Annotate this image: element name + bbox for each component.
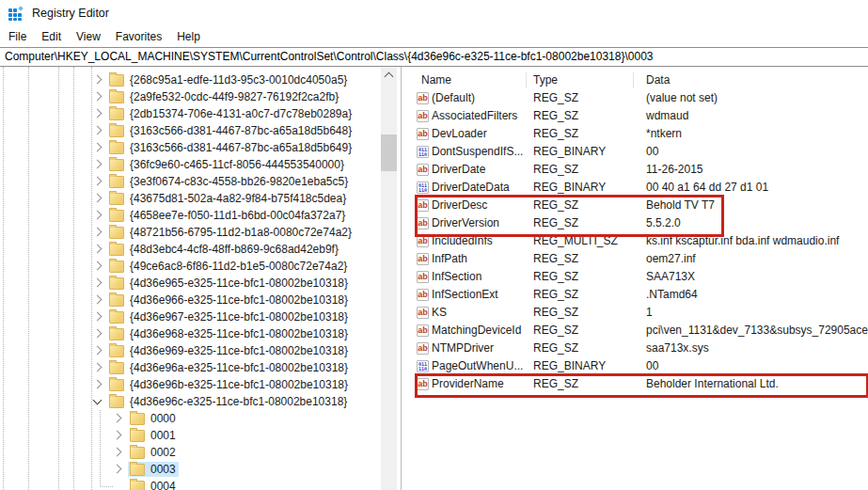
- chevron-right-icon[interactable]: [93, 295, 103, 305]
- chevron-right-icon[interactable]: [93, 329, 103, 339]
- registry-value-row[interactable]: 011110DontSuspendIfS...REG_BINARY00: [406, 143, 868, 161]
- tree-item-3e3f0674-c83c-4558-bb26-9820e1eba5c5[interactable]: {3e3f0674-c83c-4558-bb26-9820e1eba5c5}: [0, 173, 381, 190]
- tree-item-4d36e96b-e325-11ce-bfc1-08002be10318[interactable]: {4d36e96b-e325-11ce-bfc1-08002be10318}: [0, 376, 381, 393]
- tree-item-4d36e96a-e325-11ce-bfc1-08002be10318[interactable]: {4d36e96a-e325-11ce-bfc1-08002be10318}: [0, 359, 381, 376]
- tree-item-0001[interactable]: 0001: [0, 427, 381, 444]
- tree-item-4d36e965-e325-11ce-bfc1-08002be10318[interactable]: {4d36e965-e325-11ce-bfc1-08002be10318}: [0, 275, 381, 292]
- tree-label-wrap[interactable]: {2a9fe532-0cdc-44f9-9827-76192f2ca2fb}: [107, 89, 341, 104]
- column-separator[interactable]: [526, 72, 527, 88]
- tree-label-wrap[interactable]: 0002: [128, 445, 179, 460]
- tree-item-4d36e967-e325-11ce-bfc1-08002be10318[interactable]: {4d36e967-e325-11ce-bfc1-08002be10318}: [0, 308, 381, 325]
- chevron-right-icon[interactable]: [93, 363, 103, 372]
- chevron-right-icon[interactable]: [93, 126, 103, 135]
- tree-item-0002[interactable]: 0002: [0, 444, 381, 461]
- tree-item-4658ee7e-f050-11d1-b6bd-00c04fa372a7[interactable]: {4658ee7e-f050-11d1-b6bd-00c04fa372a7}: [0, 207, 381, 224]
- tree-label-wrap[interactable]: 0001: [128, 428, 179, 443]
- column-separator[interactable]: [633, 72, 634, 88]
- menu-file[interactable]: File: [1, 28, 34, 45]
- tree-vertical-scrollbar[interactable]: [381, 67, 397, 490]
- tree-item-3163c566-d381-4467-87bc-a65a18d5b648[interactable]: {3163c566-d381-4467-87bc-a65a18d5b648}: [0, 122, 381, 139]
- column-header-data[interactable]: Data: [646, 71, 670, 89]
- tree-item-4d36e966-e325-11ce-bfc1-08002be10318[interactable]: {4d36e966-e325-11ce-bfc1-08002be10318}: [0, 292, 381, 308]
- chevron-right-icon[interactable]: [93, 346, 103, 356]
- tree-item-49ce6ac8-6f86-11d2-b1e5-0080c72e74a2[interactable]: {49ce6ac8-6f86-11d2-b1e5-0080c72e74a2}: [0, 258, 381, 275]
- chevron-right-icon[interactable]: [93, 177, 103, 186]
- tree-label-wrap[interactable]: {4d36e967-e325-11ce-bfc1-08002be10318}: [107, 309, 351, 324]
- chevron-right-icon[interactable]: [93, 143, 103, 152]
- tree-label-wrap[interactable]: 0000: [128, 411, 179, 426]
- pane-splitter[interactable]: [401, 67, 402, 490]
- registry-value-row[interactable]: abDriverDateREG_SZ11-26-2015: [406, 161, 868, 179]
- tree-item-4d36e969-e325-11ce-bfc1-08002be10318[interactable]: {4d36e969-e325-11ce-bfc1-08002be10318}: [0, 342, 381, 359]
- chevron-right-icon[interactable]: [93, 278, 103, 288]
- registry-value-row[interactable]: ab(Default)REG_SZ(value not set): [406, 89, 868, 107]
- menu-edit[interactable]: Edit: [34, 28, 69, 45]
- scroll-up-icon[interactable]: [385, 72, 394, 82]
- registry-value-row[interactable]: abDevLoaderREG_SZ*ntkern: [406, 125, 868, 143]
- registry-value-row[interactable]: abKSREG_SZ1: [406, 304, 868, 322]
- tree-label-wrap[interactable]: {4d36e966-e325-11ce-bfc1-08002be10318}: [107, 292, 351, 308]
- chevron-right-icon[interactable]: [93, 194, 103, 203]
- chevron-right-icon[interactable]: [93, 228, 103, 237]
- tree-label-wrap[interactable]: {2db15374-706e-4131-a0c7-d7c78eb0289a}: [107, 106, 355, 121]
- chevron-right-icon[interactable]: [93, 261, 103, 271]
- tree-label-wrap[interactable]: {4658ee7e-f050-11d1-b6bd-00c04fa372a7}: [107, 208, 348, 223]
- tree-label-wrap[interactable]: {4d36e96c-e325-11ce-bfc1-08002be10318}: [107, 394, 350, 409]
- tree-item-2db15374-706e-4131-a0c7-d7c78eb0289a[interactable]: {2db15374-706e-4131-a0c7-d7c78eb0289a}: [0, 105, 381, 122]
- chevron-right-icon[interactable]: [93, 92, 103, 102]
- registry-value-row[interactable]: abInfSectionREG_SZSAA713X: [406, 268, 868, 286]
- registry-value-row[interactable]: abInfSectionExtREG_SZ.NTamd64: [406, 286, 868, 304]
- tree-label-wrap[interactable]: {268c95a1-edfe-11d3-95c3-0010dc4050a5}: [107, 72, 350, 87]
- tree-label-wrap[interactable]: {3e3f0674-c83c-4558-bb26-9820e1eba5c5}: [107, 174, 351, 189]
- tree-item-48721b56-6795-11d2-b1a8-0080c72e74a2[interactable]: {48721b56-6795-11d2-b1a8-0080c72e74a2}: [0, 224, 381, 241]
- tree-label-wrap[interactable]: {36fc9e60-c465-11cf-8056-444553540000}: [107, 157, 347, 172]
- tree-label-wrap[interactable]: {4d36e969-e325-11ce-bfc1-08002be10318}: [107, 343, 351, 358]
- tree-label-wrap[interactable]: {48d3ebc4-4cf8-48ff-b869-9c68ad42eb9f}: [107, 242, 341, 257]
- scrollbar-thumb[interactable]: [381, 134, 397, 171]
- address-bar[interactable]: Computer\HKEY_LOCAL_MACHINE\SYSTEM\Curre…: [0, 47, 868, 67]
- tree-label-wrap[interactable]: {4d36e96a-e325-11ce-bfc1-08002be10318}: [107, 360, 351, 375]
- menu-help[interactable]: Help: [169, 28, 208, 45]
- tree-item-0003[interactable]: 0003: [0, 461, 381, 478]
- tree-label-wrap[interactable]: 0004: [128, 479, 179, 490]
- chevron-down-icon[interactable]: [93, 396, 103, 405]
- chevron-right-icon[interactable]: [93, 245, 103, 254]
- chevron-right-icon[interactable]: [93, 312, 103, 322]
- tree-item-48d3ebc4-4cf8-48ff-b869-9c68ad42eb9f[interactable]: {48d3ebc4-4cf8-48ff-b869-9c68ad42eb9f}: [0, 241, 381, 258]
- tree-item-4d36e968-e325-11ce-bfc1-08002be10318[interactable]: {4d36e968-e325-11ce-bfc1-08002be10318}: [0, 325, 381, 342]
- registry-value-row[interactable]: abAssociatedFiltersREG_SZwdmaud: [406, 107, 868, 125]
- tree-item-0004[interactable]: 0004: [0, 478, 381, 490]
- chevron-right-icon[interactable]: [93, 380, 103, 389]
- registry-value-row[interactable]: abNTMPDriverREG_SZsaa713x.sys: [406, 340, 868, 357]
- tree-label-wrap[interactable]: {43675d81-502a-4a82-9f84-b75f418c5dea}: [107, 191, 349, 206]
- menu-favorites[interactable]: Favorites: [108, 28, 169, 45]
- tree-item-3163c566-d381-4467-87bc-a65a18d5b649[interactable]: {3163c566-d381-4467-87bc-a65a18d5b649}: [0, 139, 381, 156]
- tree-item-43675d81-502a-4a82-9f84-b75f418c5dea[interactable]: {43675d81-502a-4a82-9f84-b75f418c5dea}: [0, 190, 381, 207]
- registry-value-row[interactable]: abMatchingDeviceIdREG_SZpci\ven_1131&dev…: [406, 322, 868, 340]
- chevron-right-icon[interactable]: [93, 75, 103, 85]
- registry-value-row[interactable]: abInfPathREG_SZoem27.inf: [406, 250, 868, 268]
- tree-label-wrap[interactable]: 0003: [128, 462, 179, 477]
- chevron-right-icon[interactable]: [113, 448, 122, 457]
- chevron-right-icon[interactable]: [113, 431, 122, 440]
- tree-item-268c95a1-edfe-11d3-95c3-0010dc4050a5[interactable]: {268c95a1-edfe-11d3-95c3-0010dc4050a5}: [0, 71, 381, 88]
- tree-label-wrap[interactable]: {48721b56-6795-11d2-b1a8-0080c72e74a2}: [107, 225, 355, 240]
- tree-label-wrap[interactable]: {4d36e965-e325-11ce-bfc1-08002be10318}: [107, 276, 351, 291]
- chevron-right-icon[interactable]: [113, 414, 122, 423]
- tree-label-wrap[interactable]: {4d36e968-e325-11ce-bfc1-08002be10318}: [107, 326, 351, 341]
- tree-label-wrap[interactable]: {4d36e96b-e325-11ce-bfc1-08002be10318}: [107, 377, 351, 392]
- tree-label-wrap[interactable]: {3163c566-d381-4467-87bc-a65a18d5b648}: [107, 123, 355, 138]
- chevron-right-icon[interactable]: [93, 109, 103, 119]
- menu-view[interactable]: View: [69, 28, 108, 45]
- chevron-right-icon[interactable]: [93, 160, 103, 169]
- column-header-type[interactable]: Type: [533, 71, 558, 89]
- chevron-right-icon[interactable]: [113, 465, 122, 474]
- tree-item-0000[interactable]: 0000: [0, 410, 381, 427]
- chevron-right-icon[interactable]: [93, 211, 103, 220]
- tree-label-wrap[interactable]: {3163c566-d381-4467-87bc-a65a18d5b649}: [107, 140, 355, 155]
- column-header-name[interactable]: Name: [421, 71, 451, 89]
- tree-item-2a9fe532-0cdc-44f9-9827-76192f2ca2fb[interactable]: {2a9fe532-0cdc-44f9-9827-76192f2ca2fb}: [0, 88, 381, 105]
- tree-label-wrap[interactable]: {49ce6ac8-6f86-11d2-b1e5-0080c72e74a2}: [107, 259, 350, 274]
- tree-item-36fc9e60-c465-11cf-8056-444553540000[interactable]: {36fc9e60-c465-11cf-8056-444553540000}: [0, 156, 381, 173]
- tree-item-4d36e96c-e325-11ce-bfc1-08002be10318[interactable]: {4d36e96c-e325-11ce-bfc1-08002be10318}: [0, 393, 381, 410]
